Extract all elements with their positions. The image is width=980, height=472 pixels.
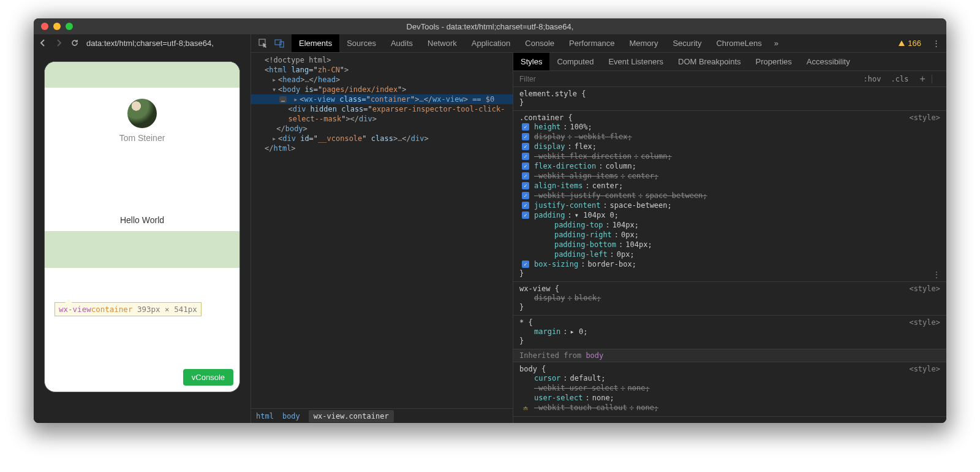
checkbox-icon[interactable]: ✓ <box>522 261 529 268</box>
device-toggle-icon[interactable] <box>274 39 284 48</box>
element-tooltip: wx-viewcontainer 393px × 541px <box>55 302 202 316</box>
device-frame: Tom Steiner Hello World wx-viewcontainer… <box>44 61 240 392</box>
kebab-menu-icon[interactable]: ⋮ <box>926 39 946 48</box>
scrollbar-icon <box>932 75 946 83</box>
filter-row: :hov .cls + <box>513 71 946 87</box>
inherited-header: Inherited from body <box>513 349 946 362</box>
green-band <box>45 231 239 268</box>
checkbox-icon[interactable]: ✓ <box>522 182 529 189</box>
inspect-icon[interactable] <box>258 39 268 48</box>
checkbox-icon[interactable]: ✓ <box>522 123 529 131</box>
avatar <box>127 99 157 128</box>
checkbox-icon[interactable]: ✓ <box>522 133 529 140</box>
checkbox-icon[interactable]: ✓ <box>522 211 529 219</box>
styletab-properties[interactable]: Properties <box>748 53 799 70</box>
tab-performance[interactable]: Performance <box>562 34 622 52</box>
tab-elements[interactable]: Elements <box>292 34 339 52</box>
traffic-lights <box>34 23 73 30</box>
tooltip-tag: wx-view <box>59 305 91 314</box>
css-rule[interactable]: element.style {} <box>513 87 946 111</box>
css-rule[interactable]: <style>.container {✓height: 100%;✓displa… <box>513 111 946 282</box>
dom-line[interactable]: select--mask"></div> <box>251 114 513 124</box>
device-wrap: Tom Steiner Hello World wx-viewcontainer… <box>34 51 251 423</box>
profile-section: Tom Steiner <box>45 88 239 147</box>
tooltip-class: container <box>91 305 133 314</box>
username-label: Tom Steiner <box>45 133 239 143</box>
dom-line[interactable]: </html> <box>251 143 513 153</box>
css-rule[interactable]: <style>body {cursor: default;-webkit-use… <box>513 362 946 417</box>
close-icon[interactable] <box>41 23 48 30</box>
devtools-panel: ElementsSourcesAuditsNetworkApplicationC… <box>251 34 946 423</box>
app-viewport: Tom Steiner Hello World <box>45 62 239 392</box>
device-panel: data:text/html;charset=utf-8;base64, Tom… <box>34 34 251 423</box>
dom-line[interactable]: ▸<div id="__vconsole" class>…</div> <box>251 134 513 143</box>
css-rule[interactable]: <style>wx-view {display: block;} <box>513 282 946 316</box>
window-title: DevTools - data:text/html;charset=utf-8;… <box>34 22 946 31</box>
style-tabs: StylesComputedEvent ListenersDOM Breakpo… <box>513 53 946 71</box>
elements-panel: <!doctype html><html lang="zh-CN">▸<head… <box>251 53 513 423</box>
checkbox-icon[interactable]: ✓ <box>522 143 529 150</box>
dom-line[interactable]: </body> <box>251 124 513 134</box>
forward-icon[interactable] <box>55 39 63 47</box>
vconsole-button[interactable]: vConsole <box>183 369 233 386</box>
zoom-icon[interactable] <box>66 23 73 30</box>
hov-button[interactable]: :hov <box>859 75 886 83</box>
styletab-computed[interactable]: Computed <box>549 53 601 70</box>
filter-input[interactable] <box>513 75 859 83</box>
tab-sources[interactable]: Sources <box>339 34 383 52</box>
main-tabs: ElementsSourcesAuditsNetworkApplicationC… <box>251 34 946 53</box>
breadcrumb-item[interactable]: html <box>256 412 274 421</box>
url-text: data:text/html;charset=utf-8;base64, <box>86 39 214 48</box>
css-rule[interactable]: <style>* {margin: ▸ 0;} <box>513 316 946 349</box>
checkbox-icon[interactable]: ✓ <box>522 162 529 170</box>
warning-icon: ⚠ <box>522 403 529 413</box>
dom-line[interactable]: <!doctype html> <box>251 55 513 65</box>
checkbox-icon[interactable]: ✓ <box>522 192 529 199</box>
devtools-window: DevTools - data:text/html;charset=utf-8;… <box>34 18 946 423</box>
tab-console[interactable]: Console <box>518 34 562 52</box>
more-tabs-icon[interactable]: » <box>769 39 783 48</box>
checkbox-icon[interactable]: ✓ <box>522 172 529 180</box>
rules-list[interactable]: element.style {}<style>.container {✓heig… <box>513 87 946 423</box>
browser-toolbar: data:text/html;charset=utf-8;base64, <box>34 34 251 51</box>
status-bar <box>45 62 239 88</box>
breadcrumb-item[interactable]: wx-view.container <box>309 410 394 422</box>
styletab-event-listeners[interactable]: Event Listeners <box>601 53 671 70</box>
tab-memory[interactable]: Memory <box>622 34 665 52</box>
tab-network[interactable]: Network <box>420 34 464 52</box>
styletab-accessibility[interactable]: Accessibility <box>799 53 858 70</box>
dom-line[interactable]: <div hidden class="exparser-inspector-to… <box>251 104 513 114</box>
spacer <box>45 147 239 213</box>
dom-line[interactable]: <html lang="zh-CN"> <box>251 65 513 75</box>
dom-line[interactable]: ▸<head>…</head> <box>251 75 513 85</box>
styletab-styles[interactable]: Styles <box>513 53 549 70</box>
styles-panel: StylesComputedEvent ListenersDOM Breakpo… <box>513 53 946 423</box>
warning-count: 166 <box>908 39 921 48</box>
minimize-icon[interactable] <box>53 23 61 30</box>
checkbox-icon[interactable]: ✓ <box>522 153 529 160</box>
tooltip-dims: 393px × 541px <box>137 305 197 314</box>
dom-tree[interactable]: <!doctype html><html lang="zh-CN">▸<head… <box>251 53 513 408</box>
dom-line[interactable]: ▾<body is="pages/index/index"> <box>251 85 513 94</box>
tab-audits[interactable]: Audits <box>383 34 420 52</box>
breadcrumb: html body wx-view.container <box>251 408 513 423</box>
reload-icon[interactable] <box>70 39 79 47</box>
cls-button[interactable]: .cls <box>886 75 914 83</box>
kebab-icon[interactable]: ⋮ <box>933 270 940 279</box>
titlebar: DevTools - data:text/html;charset=utf-8;… <box>34 18 946 34</box>
styletab-dom-breakpoints[interactable]: DOM Breakpoints <box>671 53 748 70</box>
mid-row: <!doctype html><html lang="zh-CN">▸<head… <box>251 53 946 423</box>
back-icon[interactable] <box>39 39 47 47</box>
new-rule-icon[interactable]: + <box>913 74 931 85</box>
breadcrumb-item[interactable]: body <box>282 412 300 421</box>
checkbox-icon[interactable]: ✓ <box>522 202 529 209</box>
hello-text: Hello World <box>45 213 239 231</box>
tab-chromelens[interactable]: ChromeLens <box>709 34 769 52</box>
dom-line[interactable]: … ▸<wx-view class="container">…</wx-view… <box>251 94 513 104</box>
warnings-badge[interactable]: 166 <box>898 39 926 48</box>
window-body: data:text/html;charset=utf-8;base64, Tom… <box>34 34 946 423</box>
tab-application[interactable]: Application <box>464 34 518 52</box>
tab-security[interactable]: Security <box>665 34 709 52</box>
